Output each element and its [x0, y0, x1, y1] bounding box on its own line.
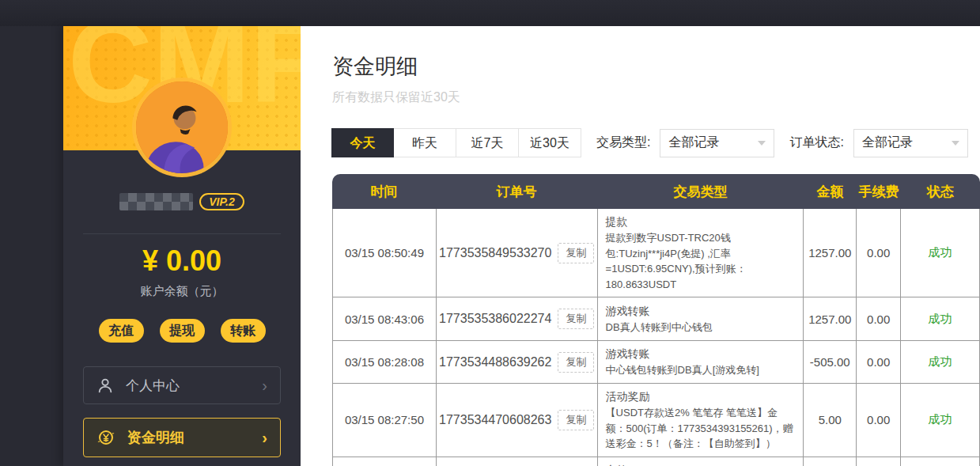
cell-time: 03/15 08:28:08	[333, 341, 437, 383]
cell-amount: -505.00	[804, 341, 857, 383]
cell-status: 成功	[901, 297, 980, 340]
chevron-right-icon: ›	[262, 430, 267, 445]
type-title: 游戏转账	[606, 303, 650, 320]
order-number: 1773535386022274	[439, 312, 551, 326]
transaction-type-value: 全部记录	[668, 134, 719, 151]
order-number: 1773534470608263	[439, 413, 551, 427]
cell-amount: 1257.00	[804, 297, 857, 340]
header-transaction-type: 交易类型	[597, 183, 804, 201]
username-masked	[119, 193, 193, 210]
sidebar: CMF VIP.2 ¥ 0.00 账户余额（元） 充值 提现 转账 个人中心 ›	[63, 26, 301, 466]
table-body: 03/15 08:50:49 1773535849533270 复制 提款 提款…	[332, 209, 980, 466]
copy-button[interactable]: 复制	[558, 410, 594, 430]
cell-fee: 0.00	[857, 457, 901, 466]
sidebar-item-fund-details[interactable]: 资金明细 ›	[83, 418, 281, 457]
cell-status: 成功	[901, 341, 980, 383]
cell-amount: 1257.00	[804, 209, 857, 297]
sidebar-divider	[83, 233, 281, 234]
type-description: 提款到数字USDT-TRC20钱包:TUzinj***ji4P(免提) ,汇率=…	[606, 230, 796, 292]
tab-yesterday[interactable]: 昨天	[394, 128, 456, 157]
type-description: DB真人转账到中心钱包	[606, 320, 713, 335]
sidebar-item-personal-center[interactable]: 个人中心 ›	[83, 366, 281, 404]
avatar[interactable]	[136, 81, 228, 173]
cell-type: 游戏转账 中心钱包转账到DB真人[游戏免转]	[598, 341, 804, 383]
cell-type: 游戏转账 DB真人转账到中心钱包	[598, 297, 804, 340]
copy-button[interactable]: 复制	[558, 309, 594, 329]
chevron-down-icon	[952, 141, 959, 146]
cell-time: 03/15 08:50:49	[333, 209, 437, 297]
tab-last-30-days[interactable]: 近30天	[519, 128, 581, 157]
cell-time: 03/15 08:27:50	[333, 384, 437, 457]
cell-fee: 0.00	[857, 209, 901, 297]
copy-button[interactable]: 复制	[558, 243, 594, 263]
order-number: 1773535849533270	[439, 246, 551, 260]
table-row: 03/15 08:50:49 1773535849533270 复制 提款 提款…	[332, 209, 980, 297]
transfer-button[interactable]: 转账	[221, 319, 266, 343]
cell-type: 存款 EBPay钱包-EB币 充值	[598, 457, 804, 466]
cell-order: 1773534393155261 复制	[437, 457, 598, 466]
type-title: 存款	[606, 462, 628, 466]
type-title: 提款	[606, 214, 628, 230]
vip-badge: VIP.2	[199, 193, 244, 210]
cell-type: 活动奖励 【USDT存款送2% 笔笔存 笔笔送】金额：500(订单：177353…	[598, 384, 804, 457]
table-row: 03/15 08:27:50 1773534470608263 复制 活动奖励 …	[332, 384, 980, 457]
fund-details-table: 时间 订单号 交易类型 金额 手续费 状态 03/15 08:50:49 177…	[332, 174, 980, 466]
header-order-number: 订单号	[436, 183, 597, 201]
cell-amount: 5.00	[804, 384, 857, 457]
cell-order: 1773534470608263 复制	[437, 384, 598, 457]
cell-status: 成功	[901, 209, 980, 297]
cell-fee: 0.00	[857, 341, 901, 383]
player-photo	[136, 81, 228, 173]
order-status-label: 订单状态:	[789, 134, 843, 151]
page-subtitle: 所有数据只保留近30天	[332, 89, 460, 106]
tab-today[interactable]: 今天	[331, 128, 394, 157]
main-content: 资金明细 所有数据只保留近30天 今天 昨天 近7天 近30天 交易类型: 全部…	[301, 26, 980, 466]
cell-order: 1773535849533270 复制	[437, 209, 598, 297]
type-description: 【USDT存款送2% 笔笔存 笔笔送】金额：500(订单：17735343931…	[606, 405, 796, 452]
cell-status: 成功	[901, 457, 980, 466]
type-title: 活动奖励	[606, 388, 650, 405]
type-description: 中心钱包转账到DB真人[游戏免转]	[606, 362, 759, 378]
sidebar-item-label: 资金明细	[127, 428, 262, 447]
sidebar-item-label: 个人中心	[126, 377, 262, 395]
cell-order: 1773534488639262 复制	[437, 341, 598, 383]
table-row: 03/15 08:28:08 1773534488639262 复制 游戏转账 …	[332, 341, 980, 384]
header-time: 时间	[332, 183, 436, 201]
cell-time: 03/15 08:43:06	[333, 297, 437, 340]
withdraw-button[interactable]: 提现	[160, 319, 205, 343]
user-row: VIP.2	[63, 192, 301, 211]
table-row: 03/15 08:26:33 1773534393155261 复制 存款 EB…	[332, 457, 980, 466]
balance-label: 账户余额（元）	[63, 284, 301, 299]
filter-row: 今天 昨天 近7天 近30天 交易类型: 全部记录 订单状态: 全部记录	[331, 128, 968, 157]
tab-last-7-days[interactable]: 近7天	[456, 128, 519, 157]
cell-type: 提款 提款到数字USDT-TRC20钱包:TUzinj***ji4P(免提) ,…	[598, 209, 804, 297]
table-header: 时间 订单号 交易类型 金额 手续费 状态	[332, 174, 980, 209]
cell-order: 1773535386022274 复制	[437, 297, 598, 340]
balance-amount: ¥ 0.00	[63, 244, 301, 278]
transaction-type-label: 交易类型:	[596, 134, 650, 151]
fund-icon	[96, 428, 115, 447]
type-title: 游戏转账	[606, 346, 650, 362]
header-amount: 金额	[804, 183, 857, 201]
header-status: 状态	[901, 183, 980, 201]
order-number: 1773534488639262	[439, 355, 551, 369]
order-status-select[interactable]: 全部记录	[853, 129, 968, 157]
top-bar	[0, 0, 980, 26]
cell-fee: 0.00	[857, 384, 901, 457]
cell-fee: 0.00	[857, 297, 901, 340]
chevron-down-icon	[758, 141, 766, 146]
user-icon	[96, 377, 114, 394]
table-row: 03/15 08:43:06 1773535386022274 复制 游戏转账 …	[332, 297, 980, 341]
header-fee: 手续费	[857, 183, 901, 201]
chevron-right-icon: ›	[262, 377, 267, 393]
transaction-type-select[interactable]: 全部记录	[660, 129, 774, 157]
cell-amount: 500.00	[804, 457, 857, 466]
page-title: 资金明细	[332, 52, 418, 81]
copy-button[interactable]: 复制	[558, 352, 594, 373]
cell-time: 03/15 08:26:33	[333, 457, 437, 466]
balance-actions: 充值 提现 转账	[63, 319, 301, 343]
recharge-button[interactable]: 充值	[99, 319, 144, 343]
order-status-value: 全部记录	[862, 134, 913, 151]
cell-status: 成功	[901, 384, 980, 457]
